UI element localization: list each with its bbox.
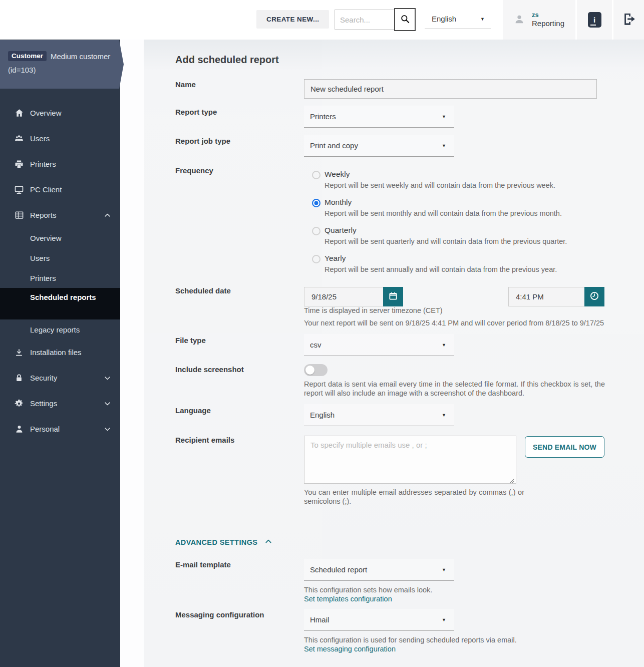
sidebar-subitem-legacy-reports[interactable]: Legacy reports [0,319,120,340]
report-job-type-value: Print and copy [310,141,358,150]
sidebar-item-label: PC Client [30,185,62,194]
customer-badge: Customer [8,51,47,61]
sidebar-item-label: Settings [30,399,57,408]
sidebar-item-pc-client[interactable]: PC Client [0,177,120,202]
messaging-configuration-value: Hmail [310,615,329,624]
info-book-icon: i [588,12,601,28]
sidebar-item-security[interactable]: Security [0,365,120,391]
sidebar-item-overview[interactable]: Overview [0,100,120,126]
set-templates-configuration-link[interactable]: Set templates configuration [304,595,392,603]
date-picker-group [304,287,403,306]
language-select[interactable]: English ▼ [425,9,491,29]
file-type-select[interactable]: csv ▼ [304,334,454,356]
frequency-radio-quarterly[interactable] [312,227,320,235]
set-messaging-configuration-link[interactable]: Set messaging configuration [304,645,396,653]
send-email-now-button[interactable]: SEND EMAIL NOW [525,436,604,458]
sidebar-item-label: Security [30,374,57,382]
include-screenshot-label: Include screenshot [175,365,244,374]
help-button[interactable]: i [577,0,612,40]
frequency-option-description: Report will be sent quarterly and will c… [325,237,567,245]
sidebar-item-label: Reports [30,211,57,219]
advanced-settings-toggle[interactable]: ADVANCED SETTINGS [175,537,272,547]
user-avatar-icon [514,14,525,27]
sidebar: Customer Medium customer (id=103) Overvi… [0,40,120,667]
file-type-value: csv [310,341,321,349]
search-button[interactable] [394,8,416,31]
clock-icon [589,291,599,302]
user-info: zs Reporting [532,11,564,29]
calendar-button[interactable] [383,287,403,306]
sidebar-subitem-reports-printers[interactable]: Printers [0,268,120,288]
printer-icon [14,159,24,169]
gear-icon [14,399,24,409]
recipient-emails-helper: You can enter multiple email addresses s… [304,488,524,506]
sidebar-item-personal[interactable]: Personal [0,416,120,442]
frequency-option-label[interactable]: Monthly [325,198,352,207]
language-select-value: English [432,15,456,23]
recipient-emails-textarea[interactable] [304,436,516,484]
form-panel: Add scheduled report Name Report type Pr… [144,40,644,667]
users-group-icon [14,134,24,144]
form-language-select[interactable]: English ▼ [304,404,454,426]
frequency-option-label[interactable]: Weekly [325,170,350,179]
chevron-down-icon: ▼ [442,617,446,622]
sidebar-item-label: Overview [30,109,62,117]
sidebar-item-printers[interactable]: Printers [0,151,120,177]
frequency-option-label[interactable]: Quarterly [325,226,357,235]
messaging-configuration-select[interactable]: Hmail ▼ [304,609,454,631]
frequency-option-label[interactable]: Yearly [325,254,346,263]
top-header: CREATE NEW... English ▼ zs Reporting i [0,0,644,40]
sidebar-subitem-label: Users [30,254,50,262]
frequency-label: Frequency [175,166,213,175]
sidebar-item-users[interactable]: Users [0,126,120,151]
include-screenshot-toggle[interactable] [304,364,328,376]
time-input[interactable] [508,287,584,306]
sidebar-item-installation-files[interactable]: Installation files [0,340,120,365]
report-job-type-label: Report job type [175,137,230,145]
logout-button[interactable] [613,0,644,40]
email-template-select[interactable]: Scheduled report ▼ [304,559,454,581]
chevron-down-icon: ▼ [442,343,446,348]
sidebar-item-reports[interactable]: Reports [0,202,120,228]
chevron-down-icon: ▼ [480,17,485,22]
sidebar-item-settings[interactable]: Settings [0,391,120,416]
frequency-radio-monthly[interactable] [312,199,320,207]
report-type-value: Printers [310,112,336,121]
date-input[interactable] [304,287,383,306]
messaging-configuration-label: Messaging configuration [175,610,264,619]
include-screenshot-description: Report data is sent via email every time… [304,380,605,398]
chevron-up-icon [104,211,111,219]
chevron-down-icon [104,425,111,433]
frequency-radio-weekly[interactable] [312,171,320,179]
user-menu[interactable]: zs Reporting [503,0,575,40]
sidebar-item-label: Users [30,134,50,143]
chevron-up-icon [264,537,272,547]
main-content: Add scheduled report Name Report type Pr… [120,40,644,667]
report-job-type-select[interactable]: Print and copy ▼ [304,135,454,157]
report-type-select[interactable]: Printers ▼ [304,106,454,128]
user-initials: zs [532,11,564,19]
chevron-down-icon: ▼ [442,567,446,572]
frequency-option-description: Report will be sent weekly and will cont… [325,181,555,189]
sidebar-subitem-reports-overview[interactable]: Overview [0,228,120,248]
next-report-note: Your next report will be sent on 9/18/25… [304,319,604,327]
name-input[interactable] [304,79,597,99]
sidebar-item-label: Installation files [30,348,82,357]
toggle-knob [305,366,314,375]
recipient-emails-label: Recipient emails [175,436,234,444]
lock-icon [14,373,24,383]
search-input[interactable] [335,10,395,30]
chevron-down-icon: ▼ [442,143,446,148]
customer-id: (id=103) [8,66,117,74]
sidebar-subitem-scheduled-reports[interactable]: Scheduled reports [0,288,120,319]
calendar-icon [388,291,398,302]
file-type-label: File type [175,336,206,345]
create-new-button[interactable]: CREATE NEW... [256,10,329,29]
report-type-label: Report type [175,108,217,116]
chevron-down-icon: ▼ [442,114,446,119]
email-template-helper: This configuration sets how emails look. [304,586,432,594]
sidebar-item-label: Printers [30,160,56,168]
frequency-radio-yearly[interactable] [312,255,320,263]
sidebar-subitem-reports-users[interactable]: Users [0,248,120,268]
clock-button[interactable] [584,287,604,306]
